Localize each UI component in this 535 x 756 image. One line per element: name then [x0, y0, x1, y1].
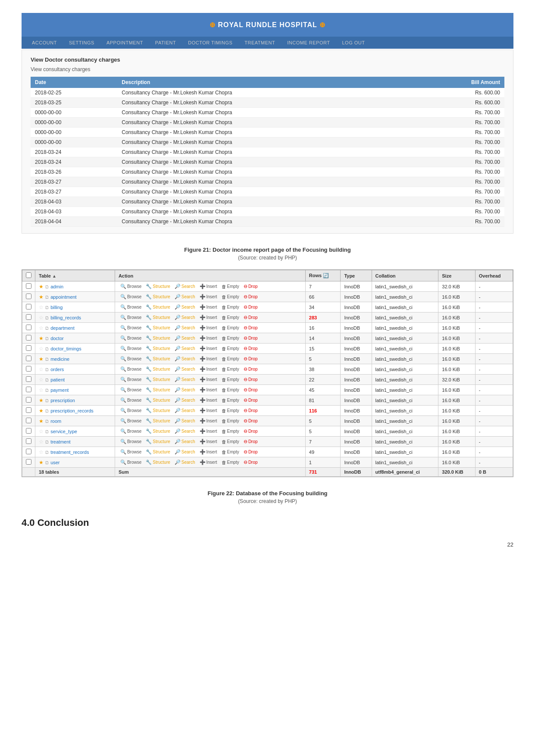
star-icon[interactable]: ★ [39, 459, 44, 465]
empty-button[interactable]: 🗑 Empty [220, 284, 241, 290]
search-button[interactable]: 🔎 Search [173, 345, 197, 352]
table-name-link[interactable]: appointment [50, 294, 77, 300]
drop-button[interactable]: ⊖ Drop [242, 304, 260, 310]
nav-treatment[interactable]: TREATMENT [238, 37, 281, 49]
drop-button[interactable]: ⊖ Drop [242, 438, 260, 445]
star-icon[interactable]: ☆ [39, 449, 44, 455]
table-name-link[interactable]: payment [50, 387, 69, 393]
search-button[interactable]: 🔎 Search [173, 304, 197, 310]
insert-button[interactable]: ➕ Insert [198, 294, 219, 300]
empty-button[interactable]: 🗑 Empty [220, 439, 241, 445]
empty-button[interactable]: 🗑 Empty [220, 408, 241, 414]
drop-button[interactable]: ⊖ Drop [242, 449, 260, 455]
search-button[interactable]: 🔎 Search [173, 283, 197, 290]
browse-button[interactable]: 🔍 Browse [119, 325, 143, 331]
browse-button[interactable]: 🔍 Browse [119, 283, 143, 290]
browse-button[interactable]: 🔍 Browse [119, 356, 143, 362]
insert-button[interactable]: ➕ Insert [198, 304, 219, 310]
table-name-link[interactable]: billing_records [50, 315, 81, 320]
star-icon[interactable]: ★ [39, 356, 44, 362]
row-select[interactable] [26, 304, 31, 309]
search-button[interactable]: 🔎 Search [173, 376, 197, 383]
browse-button[interactable]: 🔍 Browse [119, 314, 143, 321]
insert-button[interactable]: ➕ Insert [198, 387, 219, 393]
table-name-link[interactable]: doctor [50, 336, 64, 341]
row-select[interactable] [26, 325, 31, 330]
structure-button[interactable]: 🔧 Structure [144, 304, 172, 310]
browse-button[interactable]: 🔍 Browse [119, 407, 143, 414]
search-button[interactable]: 🔎 Search [173, 356, 197, 362]
table-name-link[interactable]: user [50, 460, 59, 465]
search-button[interactable]: 🔎 Search [173, 294, 197, 300]
star-icon[interactable]: ☆ [39, 346, 44, 352]
drop-button[interactable]: ⊖ Drop [242, 325, 260, 331]
search-button[interactable]: 🔎 Search [173, 387, 197, 393]
insert-button[interactable]: ➕ Insert [198, 376, 219, 383]
structure-button[interactable]: 🔧 Structure [144, 418, 172, 424]
insert-button[interactable]: ➕ Insert [198, 428, 219, 434]
drop-button[interactable]: ⊖ Drop [242, 345, 260, 352]
search-button[interactable]: 🔎 Search [173, 366, 197, 372]
row-select[interactable] [26, 387, 31, 392]
browse-button[interactable]: 🔍 Browse [119, 438, 143, 445]
star-icon[interactable]: ☆ [39, 377, 44, 383]
table-name-link[interactable]: prescription_records [50, 408, 94, 413]
browse-button[interactable]: 🔍 Browse [119, 345, 143, 352]
star-icon[interactable]: ★ [39, 408, 44, 414]
drop-button[interactable]: ⊖ Drop [242, 418, 260, 424]
table-name-link[interactable]: billing [50, 305, 63, 310]
drop-button[interactable]: ⊖ Drop [242, 397, 260, 403]
drop-button[interactable]: ⊖ Drop [242, 428, 260, 434]
drop-button[interactable]: ⊖ Drop [242, 459, 260, 465]
row-select[interactable] [26, 294, 31, 299]
empty-button[interactable]: 🗑 Empty [220, 366, 241, 372]
browse-button[interactable]: 🔍 Browse [119, 366, 143, 372]
table-name-link[interactable]: prescription [50, 398, 75, 403]
structure-button[interactable]: 🔧 Structure [144, 283, 172, 290]
table-name-link[interactable]: department [50, 325, 75, 331]
browse-button[interactable]: 🔍 Browse [119, 387, 143, 393]
star-icon[interactable]: ☆ [39, 325, 44, 331]
search-button[interactable]: 🔎 Search [173, 418, 197, 424]
browse-button[interactable]: 🔍 Browse [119, 418, 143, 424]
row-select[interactable] [26, 376, 31, 382]
table-name-link[interactable]: admin [50, 284, 63, 289]
browse-button[interactable]: 🔍 Browse [119, 397, 143, 403]
row-select[interactable] [26, 314, 31, 320]
star-icon[interactable]: ★ [39, 397, 44, 403]
row-select[interactable] [26, 397, 31, 403]
structure-button[interactable]: 🔧 Structure [144, 459, 172, 465]
insert-button[interactable]: ➕ Insert [198, 283, 219, 290]
empty-button[interactable]: 🗑 Empty [220, 294, 241, 300]
table-name-link[interactable]: treatment_records [50, 450, 89, 455]
structure-button[interactable]: 🔧 Structure [144, 397, 172, 403]
structure-button[interactable]: 🔧 Structure [144, 294, 172, 300]
table-name-link[interactable]: service_type [50, 429, 77, 434]
structure-button[interactable]: 🔧 Structure [144, 345, 172, 352]
search-button[interactable]: 🔎 Search [173, 314, 197, 321]
table-name-link[interactable]: medicine [50, 356, 69, 362]
table-name-link[interactable]: room [50, 419, 61, 424]
drop-button[interactable]: ⊖ Drop [242, 376, 260, 383]
nav-account[interactable]: ACCOUNT [26, 37, 63, 49]
star-icon[interactable]: ☆ [39, 304, 44, 310]
structure-button[interactable]: 🔧 Structure [144, 428, 172, 434]
structure-button[interactable]: 🔧 Structure [144, 387, 172, 393]
star-icon[interactable]: ☆ [39, 315, 44, 321]
row-select[interactable] [26, 459, 31, 465]
insert-button[interactable]: ➕ Insert [198, 397, 219, 403]
star-icon[interactable]: ☆ [39, 387, 44, 393]
empty-button[interactable]: 🗑 Empty [220, 356, 241, 362]
drop-button[interactable]: ⊖ Drop [242, 314, 260, 321]
search-button[interactable]: 🔎 Search [173, 325, 197, 331]
search-button[interactable]: 🔎 Search [173, 397, 197, 403]
empty-button[interactable]: 🗑 Empty [220, 397, 241, 403]
structure-button[interactable]: 🔧 Structure [144, 438, 172, 445]
insert-button[interactable]: ➕ Insert [198, 345, 219, 352]
structure-button[interactable]: 🔧 Structure [144, 376, 172, 383]
search-button[interactable]: 🔎 Search [173, 335, 197, 341]
empty-button[interactable]: 🗑 Empty [220, 315, 241, 321]
drop-button[interactable]: ⊖ Drop [242, 335, 260, 341]
star-icon[interactable]: ☆ [39, 366, 44, 372]
star-icon[interactable]: ★ [39, 284, 44, 290]
